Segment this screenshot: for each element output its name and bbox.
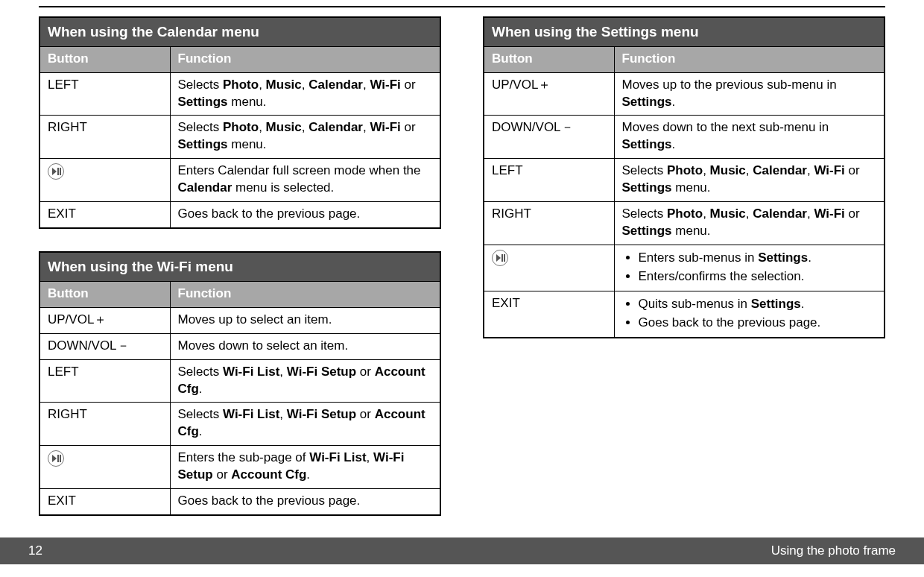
- table-title: When using the Settings menu: [484, 17, 885, 46]
- table-title-row: When using the Settings menu: [484, 17, 885, 46]
- right-column: When using the Settings menuButtonFuncti…: [483, 16, 885, 516]
- top-rule: [39, 6, 885, 7]
- columns: When using the Calendar menuButtonFuncti…: [39, 16, 885, 516]
- table-row: LEFTSelects Photo, Music, Calendar, Wi-F…: [39, 72, 440, 116]
- header-function: Function: [614, 46, 885, 72]
- cell-function: Enters sub-menus in Settings.Enters/conf…: [614, 245, 885, 291]
- settings-table: When using the Settings menuButtonFuncti…: [483, 16, 885, 338]
- cell-button: RIGHT: [484, 202, 614, 245]
- table-row: RIGHTSelects Wi-Fi List, Wi-Fi Setup or …: [39, 403, 440, 446]
- section-title: Using the photo frame: [771, 543, 896, 558]
- cell-function: Moves up to select an item.: [170, 307, 440, 333]
- cell-function: Moves down to select an item.: [170, 333, 440, 359]
- table-row: Enters the sub-page of Wi-Fi List, Wi-Fi…: [39, 446, 440, 489]
- table-row: Enters Calendar full screen mode when th…: [39, 159, 440, 202]
- cell-button: DOWN/VOL－: [484, 116, 614, 159]
- cell-function: Selects Photo, Music, Calendar, Wi-Fi or…: [614, 202, 885, 245]
- manual-page: When using the Calendar menuButtonFuncti…: [0, 0, 924, 577]
- bullet-list: Enters sub-menus in Settings.Enters/conf…: [622, 249, 877, 286]
- cell-button: LEFT: [484, 159, 614, 202]
- cell-function: Selects Photo, Music, Calendar, Wi-Fi or…: [170, 116, 440, 159]
- table-header-row: ButtonFunction: [39, 281, 440, 307]
- cell-button: [39, 159, 170, 202]
- table-row: DOWN/VOL－Moves down to the next sub-menu…: [484, 116, 885, 159]
- table-row: RIGHTSelects Photo, Music, Calendar, Wi-…: [484, 202, 885, 245]
- table-row: EXITGoes back to the previous page.: [39, 489, 440, 515]
- cell-function: Goes back to the previous page.: [170, 202, 440, 228]
- cell-function: Moves down to the next sub-menu in Setti…: [614, 116, 885, 159]
- cell-button: UP/VOL＋: [39, 307, 170, 333]
- cell-function: Selects Photo, Music, Calendar, Wi-Fi or…: [614, 159, 885, 202]
- header-function: Function: [170, 281, 440, 307]
- cell-function: Goes back to the previous page.: [170, 489, 440, 515]
- table-header-row: ButtonFunction: [484, 46, 885, 72]
- table-row: RIGHTSelects Photo, Music, Calendar, Wi-…: [39, 116, 440, 159]
- table-row: EXITQuits sub-menus in Settings.Goes bac…: [484, 291, 885, 337]
- play-pause-icon: [48, 163, 64, 180]
- table-title-row: When using the Calendar menu: [39, 17, 440, 46]
- table-title-row: When using the Wi-Fi menu: [39, 252, 440, 281]
- table-title: When using the Calendar menu: [39, 17, 440, 46]
- wifi-table: When using the Wi-Fi menuButtonFunctionU…: [39, 251, 441, 516]
- cell-function: Moves up to the previous sub-menu in Set…: [614, 72, 885, 116]
- table-row: Enters sub-menus in Settings.Enters/conf…: [484, 245, 885, 291]
- play-pause-icon: [492, 250, 508, 266]
- cell-button: [39, 446, 170, 489]
- list-item: Enters/confirms the selection.: [639, 268, 877, 286]
- cell-button: UP/VOL＋: [484, 72, 614, 116]
- table-row: UP/VOL＋Moves up to select an item.: [39, 307, 440, 333]
- bullet-list: Quits sub-menus in Settings.Goes back to…: [622, 295, 877, 332]
- cell-button: RIGHT: [39, 116, 170, 159]
- cell-button: EXIT: [39, 202, 170, 228]
- header-button: Button: [484, 46, 614, 72]
- list-item: Enters sub-menus in Settings.: [639, 249, 877, 268]
- table-header-row: ButtonFunction: [39, 46, 440, 72]
- header-button: Button: [39, 46, 170, 72]
- cell-button: DOWN/VOL－: [39, 333, 170, 359]
- table-title: When using the Wi-Fi menu: [39, 252, 440, 281]
- cell-button: EXIT: [39, 489, 170, 515]
- list-item: Quits sub-menus in Settings.: [639, 295, 877, 314]
- table-row: LEFTSelects Wi-Fi List, Wi-Fi Setup or A…: [39, 359, 440, 403]
- footer-bar: 12 Using the photo frame: [0, 537, 924, 564]
- header-function: Function: [170, 46, 440, 72]
- cell-function: Enters Calendar full screen mode when th…: [170, 159, 440, 202]
- sheet: When using the Calendar menuButtonFuncti…: [0, 0, 924, 577]
- table-row: EXITGoes back to the previous page.: [39, 202, 440, 228]
- cell-function: Selects Wi-Fi List, Wi-Fi Setup or Accou…: [170, 359, 440, 403]
- cell-function: Selects Wi-Fi List, Wi-Fi Setup or Accou…: [170, 403, 440, 446]
- table-row: LEFTSelects Photo, Music, Calendar, Wi-F…: [484, 159, 885, 202]
- table-row: DOWN/VOL－Moves down to select an item.: [39, 333, 440, 359]
- list-item: Goes back to the previous page.: [639, 314, 877, 332]
- cell-button: LEFT: [39, 72, 170, 116]
- cell-button: RIGHT: [39, 403, 170, 446]
- calendar-table: When using the Calendar menuButtonFuncti…: [39, 16, 441, 229]
- cell-button: EXIT: [484, 291, 614, 337]
- header-button: Button: [39, 281, 170, 307]
- table-row: UP/VOL＋Moves up to the previous sub-menu…: [484, 72, 885, 116]
- play-pause-icon: [48, 450, 64, 467]
- cell-button: LEFT: [39, 359, 170, 403]
- page-number: 12: [28, 543, 42, 558]
- cell-function: Quits sub-menus in Settings.Goes back to…: [614, 291, 885, 337]
- cell-function: Enters the sub-page of Wi-Fi List, Wi-Fi…: [170, 446, 440, 489]
- left-column: When using the Calendar menuButtonFuncti…: [39, 16, 441, 516]
- cell-button: [484, 245, 614, 291]
- cell-function: Selects Photo, Music, Calendar, Wi-Fi or…: [170, 72, 440, 116]
